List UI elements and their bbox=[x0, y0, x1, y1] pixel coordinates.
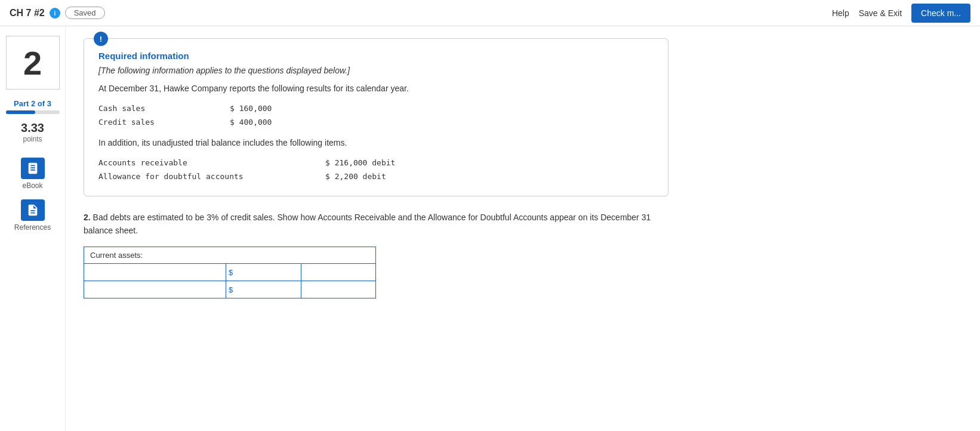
cash-sales-label: Cash sales bbox=[98, 101, 230, 115]
ar-row: Accounts receivable $ 216,000 debit bbox=[98, 156, 654, 170]
references-icon bbox=[26, 204, 39, 217]
sidebar: 2 Part 2 of 3 3.33 points eBook Refere bbox=[0, 26, 66, 431]
answer-cell-row1-col3[interactable] bbox=[301, 264, 376, 281]
part-label: Part 2 of 3 bbox=[14, 99, 51, 108]
info-box: ! Required information [The following in… bbox=[84, 38, 668, 196]
answer-cell-row2-col3[interactable] bbox=[301, 281, 376, 298]
question-text: 2. Bad debts are estimated to be 3% of c… bbox=[84, 211, 668, 238]
cash-sales-row: Cash sales $ 160,000 bbox=[98, 101, 654, 115]
answer-cell-row2-col2[interactable]: $ bbox=[226, 281, 301, 298]
allowance-value: $ 2,200 debit bbox=[325, 170, 386, 183]
answer-table-header: Current assets: bbox=[84, 247, 375, 264]
credit-sales-label: Credit sales bbox=[98, 115, 230, 129]
part-label-prefix: Part bbox=[14, 99, 31, 108]
question-number: 2 bbox=[23, 44, 42, 82]
answer-input-row1-col3[interactable] bbox=[305, 267, 366, 276]
required-info-title: Required information bbox=[98, 51, 654, 61]
credit-sales-row: Credit sales $ 400,000 bbox=[98, 115, 654, 129]
credit-sales-value: $ 400,000 bbox=[230, 115, 272, 129]
header-left: CH 7 #2 i Saved bbox=[10, 7, 105, 19]
main-layout: 2 Part 2 of 3 3.33 points eBook Refere bbox=[0, 26, 980, 431]
saved-badge: Saved bbox=[65, 7, 105, 19]
help-link[interactable]: Help bbox=[832, 8, 849, 18]
references-icon-box bbox=[21, 199, 45, 221]
dollar-sign-r2c2: $ bbox=[229, 285, 233, 294]
page-title: CH 7 #2 bbox=[10, 8, 45, 19]
answer-table-body: $ $ bbox=[84, 264, 375, 298]
save-exit-button[interactable]: Save & Exit bbox=[859, 8, 902, 18]
ebook-label: eBook bbox=[22, 181, 42, 190]
answer-cell-row1-col1[interactable] bbox=[84, 264, 226, 281]
ebook-icon bbox=[26, 162, 39, 175]
cash-sales-value: $ 160,000 bbox=[230, 101, 272, 115]
header-right: Help Save & Exit Check m... bbox=[832, 4, 970, 23]
info-box-icon: ! bbox=[94, 32, 108, 46]
answer-cell-row1-col2[interactable]: $ bbox=[226, 264, 301, 281]
answer-input-row2-col3[interactable] bbox=[305, 284, 366, 293]
points-value: 3.33 bbox=[21, 121, 44, 135]
ar-label: Accounts receivable bbox=[98, 156, 325, 170]
allowance-label: Allowance for doubtful accounts bbox=[98, 170, 325, 183]
answer-cell-row2-col1[interactable] bbox=[84, 281, 226, 298]
references-label: References bbox=[14, 223, 51, 232]
content-area: ! Required information [The following in… bbox=[66, 26, 980, 431]
question-number-label: 2. bbox=[84, 213, 91, 222]
ebook-button[interactable]: eBook bbox=[21, 158, 45, 190]
balance-table: Accounts receivable $ 216,000 debit Allo… bbox=[98, 156, 654, 184]
progress-bar bbox=[6, 110, 36, 114]
references-button[interactable]: References bbox=[14, 199, 51, 232]
dollar-sign-r1c2: $ bbox=[229, 268, 233, 277]
answer-input-row1-col2[interactable] bbox=[230, 267, 291, 276]
answer-input-row2-col1[interactable] bbox=[88, 284, 216, 293]
progress-bar-container bbox=[6, 110, 60, 114]
info-icon[interactable]: i bbox=[50, 8, 60, 19]
ebook-icon-box bbox=[21, 158, 45, 179]
header: CH 7 #2 i Saved Help Save & Exit Check m… bbox=[0, 0, 980, 26]
info-intro-text: At December 31, Hawke Company reports th… bbox=[98, 84, 654, 93]
table-row: $ bbox=[84, 281, 375, 298]
answer-input-row1-col1[interactable] bbox=[88, 267, 216, 276]
ar-value: $ 216,000 debit bbox=[325, 156, 395, 170]
points-label: points bbox=[23, 135, 42, 143]
answer-input-row2-col2[interactable] bbox=[230, 284, 291, 293]
answer-table: Current assets: $ bbox=[84, 247, 376, 298]
sales-data-table: Cash sales $ 160,000 Credit sales $ 400,… bbox=[98, 101, 654, 130]
question-number-box: 2 bbox=[6, 36, 60, 90]
in-addition-text: In addition, its unadjusted trial balanc… bbox=[98, 138, 654, 147]
question-body: Bad debts are estimated to be 3% of cred… bbox=[84, 213, 651, 235]
table-row: $ bbox=[84, 264, 375, 281]
check-my-button[interactable]: Check m... bbox=[911, 4, 970, 23]
part-of-text: of 3 bbox=[35, 99, 51, 108]
allowance-row: Allowance for doubtful accounts $ 2,200 … bbox=[98, 170, 654, 183]
info-italic-text: [The following information applies to th… bbox=[98, 66, 654, 75]
